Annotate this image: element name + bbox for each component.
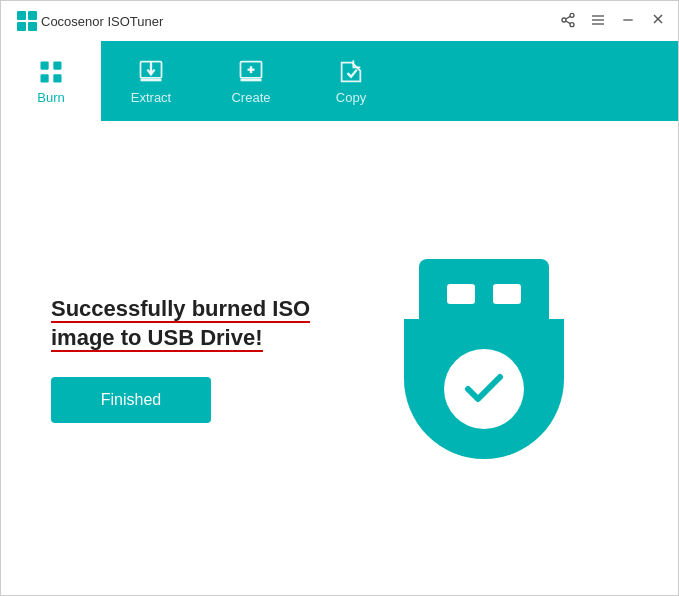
- success-message: Successfully burned ISO image to USB Dri…: [51, 295, 340, 352]
- tab-copy[interactable]: Copy: [301, 41, 401, 121]
- check-circle: [444, 349, 524, 429]
- usb-illustration: [404, 259, 564, 459]
- svg-rect-12: [53, 61, 61, 69]
- left-section: Successfully burned ISO image to USB Dri…: [51, 295, 340, 422]
- checkmark-icon: [460, 365, 508, 413]
- tab-create-label: Create: [231, 90, 270, 105]
- success-text: Successfully burned ISO image to USB Dri…: [51, 296, 310, 352]
- svg-rect-13: [41, 74, 49, 82]
- burn-icon: [37, 58, 65, 86]
- title-bar: Cocosenor ISOTuner: [1, 1, 678, 41]
- usb-body: [404, 319, 564, 459]
- svg-point-2: [570, 22, 574, 26]
- create-icon: [237, 58, 265, 86]
- tab-burn-label: Burn: [37, 90, 64, 105]
- tab-burn[interactable]: Burn: [1, 41, 101, 121]
- close-button[interactable]: [650, 11, 666, 31]
- app-logo: [13, 7, 41, 35]
- tab-copy-label: Copy: [336, 90, 366, 105]
- finished-button[interactable]: Finished: [51, 377, 211, 423]
- extract-icon: [137, 58, 165, 86]
- tab-bar: Burn Extract Create Copy: [1, 41, 678, 121]
- menu-icon[interactable]: [590, 12, 606, 31]
- usb-slot-right: [493, 284, 521, 304]
- copy-icon: [337, 58, 365, 86]
- svg-rect-11: [41, 61, 49, 69]
- window-controls: [560, 11, 666, 31]
- svg-rect-14: [53, 74, 61, 82]
- minimize-button[interactable]: [620, 12, 636, 31]
- tab-extract-label: Extract: [131, 90, 171, 105]
- right-section: [340, 259, 629, 459]
- share-icon[interactable]: [560, 12, 576, 31]
- usb-connector: [419, 259, 549, 319]
- svg-line-4: [566, 16, 571, 19]
- svg-line-3: [566, 21, 571, 24]
- svg-point-1: [562, 18, 566, 22]
- tab-create[interactable]: Create: [201, 41, 301, 121]
- tab-extract[interactable]: Extract: [101, 41, 201, 121]
- svg-point-0: [570, 13, 574, 17]
- usb-slot-left: [447, 284, 475, 304]
- app-title: Cocosenor ISOTuner: [41, 14, 560, 29]
- main-content: Successfully burned ISO image to USB Dri…: [1, 121, 678, 596]
